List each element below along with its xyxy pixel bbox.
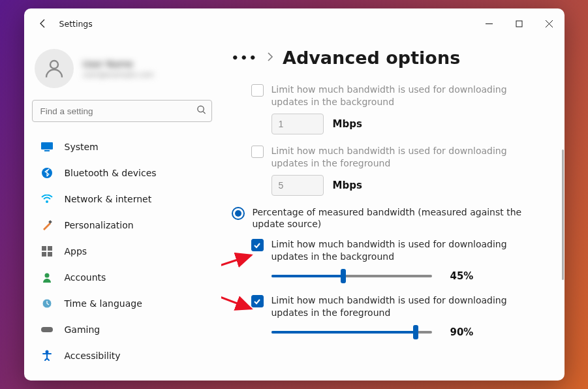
content-area: User Name user@example.com System Blueto… — [24, 39, 565, 381]
input-bg-absolute-row: Mbps — [271, 114, 545, 134]
svg-point-10 — [46, 200, 48, 203]
slider-bg-row: 45% — [271, 270, 545, 283]
accessibility-icon — [41, 350, 53, 362]
unit-fg-absolute: Mbps — [333, 179, 362, 191]
profile-email: user@example.com — [83, 70, 154, 79]
svg-rect-7 — [41, 142, 53, 149]
brush-icon — [41, 219, 53, 231]
sidebar-item-label: System — [65, 142, 99, 152]
sidebar-item-label: Accounts — [65, 272, 106, 283]
wifi-icon — [41, 193, 53, 205]
label-percentage-radio: Percentage of measured bandwidth (measur… — [253, 206, 545, 231]
svg-point-5 — [197, 106, 203, 112]
main-panel: ••• Advanced options Limit how much band… — [221, 39, 565, 381]
options-panel: Limit how much bandwidth is used for dow… — [232, 84, 545, 339]
sidebar-item-gaming[interactable]: Gaming — [32, 317, 212, 343]
sidebar-item-accounts[interactable]: Accounts — [32, 264, 212, 290]
sidebar-item-label: Accessibility — [65, 350, 121, 361]
label-fg-absolute: Limit how much bandwidth is used for dow… — [271, 145, 545, 170]
slider-fg-row: 90% — [271, 326, 545, 339]
value-fg-percent: 90% — [450, 326, 480, 338]
sidebar-item-label: Personalization — [65, 220, 134, 230]
value-bg-percent: 45% — [450, 270, 480, 282]
sidebar-item-accessibility[interactable]: Accessibility — [32, 343, 212, 369]
svg-rect-12 — [42, 246, 46, 251]
input-bg-absolute[interactable] — [271, 114, 324, 134]
unit-bg-absolute: Mbps — [333, 118, 362, 130]
sidebar-item-label: Network & internet — [65, 194, 152, 204]
sidebar-item-label: Time & language — [65, 298, 142, 309]
svg-rect-15 — [48, 252, 52, 257]
person-icon — [41, 272, 53, 283]
svg-point-4 — [50, 61, 58, 69]
settings-window: Settings User Name user@example.com — [24, 8, 565, 381]
sidebar-item-bluetooth[interactable]: Bluetooth & devices — [32, 160, 212, 186]
profile-text: User Name user@example.com — [83, 59, 154, 79]
profile-block[interactable]: User Name user@example.com — [32, 49, 212, 88]
search-input[interactable] — [33, 101, 211, 121]
label-bg-absolute: Limit how much bandwidth is used for dow… — [271, 84, 545, 108]
sidebar-item-label: Bluetooth & devices — [65, 168, 157, 178]
checkbox-fg-percent[interactable] — [251, 295, 264, 307]
breadcrumb: ••• Advanced options — [232, 48, 545, 68]
label-bg-percent: Limit how much bandwidth is used for dow… — [271, 238, 545, 263]
profile-name: User Name — [83, 59, 154, 69]
breadcrumb-ellipsis[interactable]: ••• — [232, 51, 258, 65]
svg-line-6 — [203, 112, 205, 114]
window-title: Settings — [59, 19, 93, 29]
label-fg-percent: Limit how much bandwidth is used for dow… — [271, 294, 545, 319]
input-fg-absolute-row: Mbps — [271, 175, 545, 196]
maximize-button[interactable] — [504, 14, 534, 33]
sidebar-nav: System Bluetooth & devices Network & int… — [32, 134, 212, 369]
checkbox-bg-percent[interactable] — [251, 239, 264, 251]
bluetooth-icon — [41, 167, 53, 179]
svg-point-22 — [45, 350, 48, 354]
slider-fg-percent[interactable] — [271, 326, 432, 339]
slider-bg-percent[interactable] — [271, 270, 432, 283]
svg-point-16 — [44, 273, 49, 278]
minimize-button[interactable] — [474, 14, 504, 33]
scrollbar-thumb[interactable] — [562, 149, 564, 280]
system-icon — [41, 141, 53, 153]
window-controls — [474, 14, 565, 33]
sidebar-item-label: Gaming — [65, 324, 101, 335]
gamepad-icon — [41, 324, 53, 335]
option-fg-absolute: Limit how much bandwidth is used for dow… — [251, 145, 545, 170]
globe-clock-icon — [41, 298, 53, 309]
input-fg-absolute[interactable] — [271, 175, 324, 196]
chevron-right-icon — [267, 52, 273, 64]
titlebar: Settings — [24, 8, 565, 39]
sidebar-item-time-language[interactable]: Time & language — [32, 290, 212, 317]
svg-rect-1 — [516, 21, 522, 27]
sidebar-item-system[interactable]: System — [32, 134, 212, 160]
checkbox-fg-absolute[interactable] — [251, 146, 264, 158]
sidebar-item-apps[interactable]: Apps — [32, 238, 212, 264]
sidebar-item-label: Apps — [65, 246, 87, 257]
svg-rect-14 — [42, 252, 46, 257]
option-percentage-radio: Percentage of measured bandwidth (measur… — [232, 206, 545, 231]
page-title: Advanced options — [283, 48, 460, 68]
option-bg-absolute: Limit how much bandwidth is used for dow… — [251, 84, 545, 108]
avatar — [35, 49, 74, 88]
svg-rect-8 — [44, 150, 50, 151]
svg-rect-11 — [48, 220, 52, 224]
back-button[interactable] — [33, 14, 53, 33]
checkbox-bg-absolute[interactable] — [251, 84, 264, 97]
apps-icon — [41, 245, 53, 257]
option-fg-percent: Limit how much bandwidth is used for dow… — [251, 294, 545, 319]
radio-percentage[interactable] — [232, 207, 245, 220]
svg-rect-21 — [41, 327, 53, 332]
sidebar-item-network[interactable]: Network & internet — [32, 186, 212, 212]
sidebar-item-personalization[interactable]: Personalization — [32, 212, 212, 238]
close-button[interactable] — [534, 14, 565, 33]
search-box[interactable] — [32, 100, 212, 122]
search-icon — [196, 105, 206, 117]
option-bg-percent: Limit how much bandwidth is used for dow… — [251, 238, 545, 263]
sidebar: User Name user@example.com System Blueto… — [24, 39, 221, 381]
svg-rect-13 — [48, 246, 52, 251]
